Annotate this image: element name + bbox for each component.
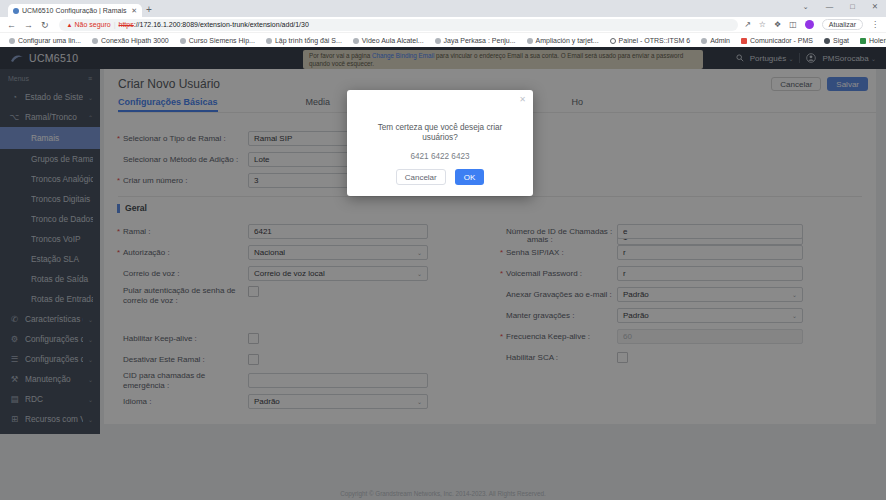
bookmark-label: Painel - OTRS::ITSM 6 (619, 37, 691, 44)
bookmark-label: Ampliación y tarjet... (536, 37, 599, 44)
bookmark-item[interactable]: Conexão Hipath 3000 (92, 37, 169, 44)
tab-title: UCM6510 Configuração | Ramais (22, 7, 128, 14)
bookmark-item[interactable]: Holerite (860, 37, 886, 44)
bookmark-label: Curso Siemens Hip... (189, 37, 255, 44)
warning-triangle-icon: ▲ (67, 22, 73, 28)
browser-tab[interactable]: UCM6510 Configuração | Ramais ✕ (8, 4, 142, 17)
dialog-actions: Cancelar OK (347, 169, 533, 185)
bookmark-favicon (353, 38, 359, 44)
extensions-icon[interactable]: ❖ (774, 20, 781, 29)
tab-strip: UCM6510 Configuração | Ramais ✕ + ⌄ — □ … (0, 0, 886, 17)
bookmark-item[interactable]: Jaya Perkasa : Penju... (435, 37, 516, 44)
update-chrome-button[interactable]: Atualizar (822, 19, 863, 30)
close-icon[interactable]: ✕ (872, 2, 878, 11)
bookmark-label: Conexão Hipath 3000 (101, 37, 169, 44)
forward-icon[interactable]: → (24, 20, 33, 30)
share-icon[interactable]: ↗ (744, 20, 751, 29)
bookmark-item[interactable]: Painel - OTRS::ITSM 6 (610, 37, 691, 44)
bookmark-favicon (741, 38, 747, 44)
bookmark-label: Comunicador - PMS (750, 37, 813, 44)
bookmark-favicon (824, 38, 830, 44)
url-text: https://172.16.1.200:8089/extension-trun… (119, 21, 309, 28)
dialog-extension-numbers: 6421 6422 6423 (347, 152, 533, 161)
minimize-icon[interactable]: — (826, 2, 834, 11)
new-tab-button[interactable]: + (140, 3, 158, 16)
bookmark-item[interactable]: Ampliación y tarjet... (527, 37, 599, 44)
dialog-message: Tem certeza que você deseja criar usuári… (347, 123, 533, 143)
bookmark-favicon (92, 38, 98, 44)
bookmark-item[interactable]: Comunicador - PMS (741, 37, 813, 44)
address-separator: | (114, 21, 116, 28)
bookmark-favicon (860, 38, 866, 44)
browser-menu-icon[interactable]: ⋮ (871, 20, 879, 29)
window-controls: ⌄ — □ ✕ (802, 2, 878, 11)
bookmark-favicon (266, 38, 272, 44)
bookmark-star-icon[interactable]: ☆ (759, 20, 766, 29)
url-scheme: https (119, 21, 134, 28)
bookmark-label: Configurar uma lin... (18, 37, 81, 44)
bookmark-item[interactable]: Configurar uma lin... (9, 37, 81, 44)
tab-search-icon[interactable]: ⌄ (802, 2, 808, 11)
browser-toolbar: ← → ↻ ▲Não seguro | https://172.16.1.200… (0, 17, 886, 32)
confirm-dialog: ✕ Tem certeza que você deseja criar usuá… (347, 90, 533, 196)
bookmark-item[interactable]: Video Aula Alcatel... (353, 37, 424, 44)
back-icon[interactable]: ← (7, 20, 16, 30)
bookmark-item[interactable]: Admin (701, 37, 730, 44)
dialog-cancel-button[interactable]: Cancelar (396, 169, 446, 185)
bookmarks-bar: Configurar uma lin... Conexão Hipath 300… (0, 32, 886, 48)
bookmark-label: Lập trình tổng đài S... (275, 37, 342, 44)
bookmark-label: Sigat (833, 37, 849, 44)
bookmark-label: Video Aula Alcatel... (362, 37, 424, 44)
bookmark-favicon (180, 38, 186, 44)
bookmark-label: Admin (710, 37, 730, 44)
tab-favicon (13, 8, 19, 14)
reload-icon[interactable]: ↻ (41, 20, 49, 30)
bookmark-label: Holerite (869, 37, 886, 44)
bookmark-favicon (701, 38, 707, 44)
tab-close-icon[interactable]: ✕ (131, 7, 137, 14)
bookmark-label: Jaya Perkasa : Penju... (444, 37, 516, 44)
profile-avatar[interactable] (805, 20, 814, 29)
bookmark-item[interactable]: Lập trình tổng đài S... (266, 37, 342, 44)
url-rest: ://172.16.1.200:8089/extension-trunk/ext… (134, 21, 309, 28)
bookmark-favicon (527, 38, 533, 44)
bookmark-item[interactable]: Curso Siemens Hip... (180, 37, 255, 44)
security-warning[interactable]: ▲Não seguro (67, 21, 111, 28)
toolbar-right: ↗ ☆ ❖ ◫ Atualizar ⋮ (744, 19, 879, 30)
dialog-ok-button[interactable]: OK (455, 169, 485, 185)
side-panel-icon[interactable]: ◫ (789, 20, 797, 29)
bookmark-favicon (610, 38, 616, 44)
bookmark-favicon (435, 38, 441, 44)
address-bar[interactable]: ▲Não seguro | https://172.16.1.200:8089/… (59, 19, 739, 31)
dialog-close-icon[interactable]: ✕ (519, 95, 526, 104)
bookmark-item[interactable]: Sigat (824, 37, 849, 44)
browser-chrome: UCM6510 Configuração | Ramais ✕ + ⌄ — □ … (0, 0, 886, 47)
bookmark-favicon (9, 38, 15, 44)
restore-icon[interactable]: □ (850, 2, 855, 11)
